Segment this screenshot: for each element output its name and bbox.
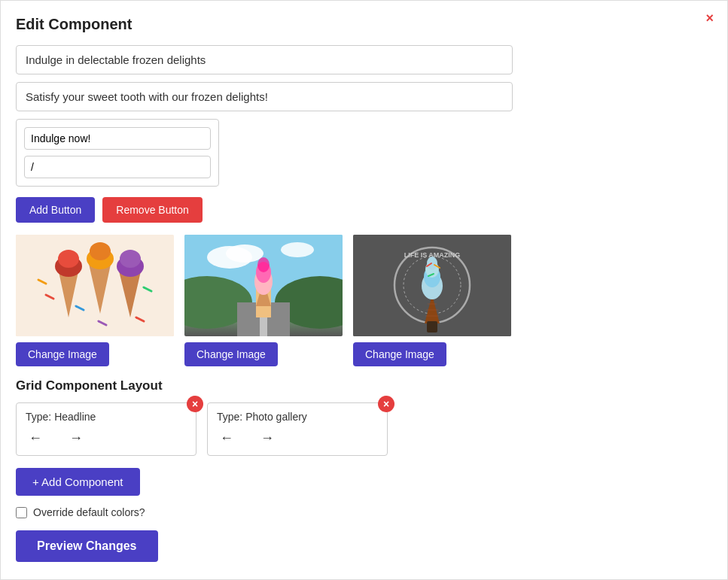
svg-rect-44: [427, 321, 437, 333]
image-3-svg: LIFE IS AMAZING: [353, 235, 511, 336]
component-type-label-1: Type: Headline: [26, 411, 187, 423]
component-nav-2: ← →: [217, 429, 378, 448]
override-label: Override default colors?: [33, 506, 145, 518]
grid-component-card-2: × Type: Photo gallery ← →: [207, 402, 388, 456]
change-image-btn-1[interactable]: Change Image: [16, 342, 109, 366]
button-group-box: [16, 119, 219, 187]
image-2: [184, 235, 343, 336]
change-image-btn-2[interactable]: Change Image: [184, 342, 278, 366]
image-3: LIFE IS AMAZING: [353, 235, 511, 336]
override-checkbox[interactable]: [16, 507, 27, 518]
image-col-1: Change Image: [16, 235, 174, 366]
modal: × Edit Component Add Button Remove Butto…: [0, 0, 728, 580]
remove-component-btn-2[interactable]: ×: [378, 396, 394, 412]
svg-point-9: [120, 250, 141, 268]
component-arrow-right-1[interactable]: →: [66, 429, 86, 448]
grid-components-row: × Type: Headline ← → × Type: Photo galle…: [16, 402, 712, 456]
component-arrow-left-1[interactable]: ←: [26, 429, 45, 448]
image-1: [16, 235, 174, 336]
remove-component-btn-1[interactable]: ×: [187, 396, 203, 412]
add-button-btn[interactable]: Add Button: [16, 197, 95, 223]
component-nav-1: ← →: [26, 429, 187, 448]
close-button[interactable]: ×: [705, 11, 714, 25]
image-col-2: Change Image: [184, 235, 343, 366]
image-col-3: LIFE IS AMAZING: [353, 235, 511, 366]
button-url-input[interactable]: [24, 156, 211, 178]
subheadline-input[interactable]: [16, 82, 513, 111]
component-arrow-left-2[interactable]: ←: [217, 429, 236, 448]
svg-point-6: [90, 242, 111, 260]
image-2-svg: [184, 235, 343, 336]
svg-point-28: [257, 257, 270, 272]
images-row: Change Image: [16, 235, 712, 366]
modal-title: Edit Component: [16, 16, 712, 33]
grid-component-card-1: × Type: Headline ← →: [16, 402, 196, 456]
override-row: Override default colors?: [16, 506, 712, 518]
component-type-label-2: Type: Photo gallery: [217, 411, 378, 423]
svg-point-18: [226, 244, 263, 263]
svg-point-3: [58, 250, 79, 268]
image-1-svg: [16, 235, 174, 336]
component-arrow-right-2[interactable]: →: [257, 429, 277, 448]
headline-input[interactable]: [16, 45, 513, 74]
change-image-btn-3[interactable]: Change Image: [353, 342, 446, 366]
preview-changes-button[interactable]: Preview Changes: [16, 530, 158, 562]
svg-point-19: [281, 242, 314, 257]
remove-button-btn[interactable]: Remove Button: [102, 197, 203, 223]
add-component-button[interactable]: + Add Component: [16, 468, 140, 496]
button-action-row: Add Button Remove Button: [16, 197, 712, 223]
button-label-input[interactable]: [24, 127, 211, 150]
grid-section-title: Grid Component Layout: [16, 378, 712, 393]
